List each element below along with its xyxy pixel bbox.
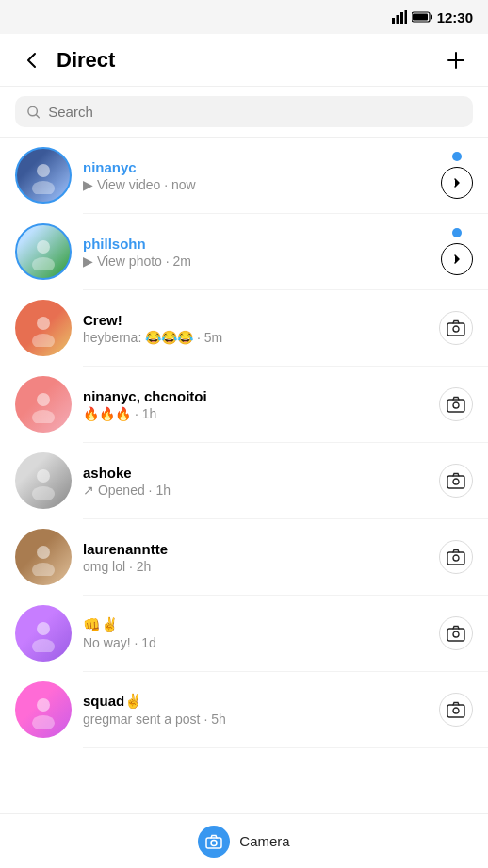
svg-rect-6 (431, 15, 432, 20)
message-action[interactable] (439, 464, 473, 498)
svg-point-32 (37, 698, 50, 712)
svg-rect-3 (404, 10, 407, 24)
camera-icon[interactable] (439, 616, 473, 650)
message-action[interactable] (439, 387, 473, 421)
svg-point-13 (32, 334, 55, 347)
message-preview: No way! · 1d (83, 635, 428, 650)
svg-point-11 (32, 257, 55, 270)
svg-point-33 (32, 715, 55, 729)
list-item[interactable]: squad✌gregmar sent a post · 5h (0, 672, 488, 747)
message-name: phillsohn (83, 236, 430, 252)
message-name: laurenanntte (83, 541, 428, 557)
svg-rect-34 (447, 705, 464, 717)
svg-point-8 (37, 164, 50, 177)
search-input[interactable] (48, 104, 462, 120)
back-button[interactable] (15, 43, 49, 77)
status-time: 12:30 (437, 9, 473, 25)
message-action[interactable] (441, 152, 473, 199)
svg-point-10 (37, 240, 50, 254)
message-content: Crew!heyberna: 😂😂😂 · 5m (83, 312, 428, 345)
svg-point-16 (37, 393, 50, 406)
avatar (15, 223, 72, 280)
svg-point-31 (453, 631, 459, 637)
svg-point-24 (37, 546, 50, 559)
message-content: ninanyc, chcnoitoi🔥🔥🔥 · 1h (83, 388, 428, 421)
list-item[interactable]: ninanyc▶ View video · now (0, 138, 488, 213)
message-action[interactable] (439, 540, 473, 574)
status-bar: 12:30 (0, 0, 488, 34)
camera-icon[interactable] (439, 540, 473, 574)
message-action[interactable] (439, 311, 473, 345)
svg-point-20 (37, 469, 50, 483)
message-action[interactable] (439, 616, 473, 650)
svg-rect-0 (392, 18, 395, 24)
message-preview: heyberna: 😂😂😂 · 5m (83, 330, 428, 345)
camera-icon[interactable] (439, 311, 473, 345)
svg-point-19 (453, 402, 459, 408)
avatar (15, 452, 72, 509)
message-content: phillsohn▶ View photo · 2m (83, 236, 430, 269)
camera-button[interactable] (198, 826, 230, 858)
svg-point-23 (453, 479, 459, 484)
list-item[interactable]: laurenanntteomg lol · 2h (0, 519, 488, 595)
camera-icon[interactable] (439, 464, 473, 498)
svg-point-15 (453, 326, 459, 332)
list-item[interactable]: Crew!heyberna: 😂😂😂 · 5m (0, 290, 488, 366)
message-name: ninanyc, chcnoitoi (83, 388, 428, 404)
search-input-wrap[interactable] (15, 96, 473, 127)
camera-icon[interactable] (439, 693, 473, 727)
svg-rect-26 (447, 552, 464, 565)
add-button[interactable] (439, 43, 473, 77)
message-name: 👊✌ (83, 616, 428, 633)
message-preview: omg lol · 2h (83, 559, 428, 574)
message-preview: ▶ View video · now (83, 177, 430, 192)
svg-point-17 (32, 410, 55, 423)
message-list: ninanyc▶ View video · nowphillsohn▶ View… (0, 138, 488, 748)
bottom-nav: Camera (0, 813, 488, 868)
page-title: Direct (57, 48, 439, 73)
unread-dot (452, 228, 462, 237)
message-name: ninanyc (83, 159, 430, 175)
avatar (15, 147, 72, 204)
svg-point-35 (453, 708, 459, 713)
view-arrow-icon[interactable] (441, 167, 473, 199)
svg-point-21 (32, 486, 55, 500)
camera-label: Camera (239, 833, 289, 849)
header: Direct (0, 34, 488, 87)
svg-point-12 (37, 317, 50, 330)
svg-point-28 (37, 622, 50, 635)
unread-dot (452, 152, 462, 161)
message-content: laurenanntteomg lol · 2h (83, 541, 428, 574)
list-item[interactable]: ashoke↗ Opened · 1h (0, 443, 488, 518)
message-action[interactable] (439, 693, 473, 727)
view-arrow-icon[interactable] (441, 243, 473, 275)
avatar (15, 376, 72, 433)
svg-point-29 (32, 639, 55, 652)
svg-rect-2 (400, 12, 403, 24)
camera-icon[interactable] (439, 387, 473, 421)
svg-rect-30 (447, 629, 464, 641)
list-item[interactable]: 👊✌No way! · 1d (0, 596, 488, 671)
message-preview: 🔥🔥🔥 · 1h (83, 406, 428, 421)
message-preview: ▶ View photo · 2m (83, 254, 430, 269)
svg-point-25 (32, 563, 55, 576)
list-item[interactable]: phillsohn▶ View photo · 2m (0, 214, 488, 289)
message-content: 👊✌No way! · 1d (83, 616, 428, 650)
message-content: ashoke↗ Opened · 1h (83, 465, 428, 498)
svg-point-27 (453, 555, 459, 561)
message-name: squad✌ (83, 693, 428, 710)
message-action[interactable] (441, 228, 473, 275)
message-content: squad✌gregmar sent a post · 5h (83, 693, 428, 727)
battery-icon (412, 11, 432, 23)
avatar (15, 300, 72, 356)
message-name: ashoke (83, 465, 428, 481)
svg-rect-18 (447, 400, 464, 412)
camera-nav-icon (205, 834, 222, 849)
signal-icon (392, 10, 407, 24)
avatar (15, 529, 72, 585)
message-preview: ↗ Opened · 1h (83, 483, 428, 498)
search-bar (0, 87, 488, 138)
message-content: ninanyc▶ View video · now (83, 159, 430, 192)
list-item[interactable]: ninanyc, chcnoitoi🔥🔥🔥 · 1h (0, 367, 488, 442)
avatar (15, 605, 72, 662)
